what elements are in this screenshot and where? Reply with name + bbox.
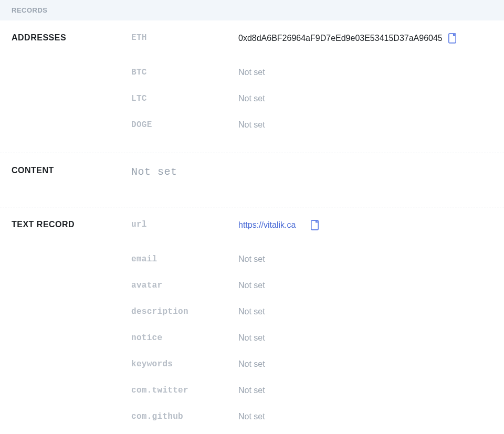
text-record-value-email: Not set <box>238 255 265 264</box>
text-record-value-avatar: Not set <box>238 281 265 290</box>
text-record-key-github: com.github <box>131 412 238 421</box>
text-record-key-email: email <box>131 255 238 264</box>
text-record-value-keywords: Not set <box>238 359 265 369</box>
address-value-eth-text: 0xd8dA6BF26964aF9D7eEd9e03E53415D37aA960… <box>238 34 443 43</box>
text-record-value-twitter: Not set <box>238 386 265 395</box>
text-record-key-description: description <box>131 307 238 316</box>
text-record-value-github: Not set <box>238 412 265 421</box>
address-key-doge: DOGE <box>131 120 238 130</box>
content-section: CONTENT Not set <box>0 153 504 207</box>
address-value-eth: 0xd8dA6BF26964aF9D7eEd9e03E53415D37aA960… <box>238 33 457 44</box>
address-value-btc: Not set <box>238 68 265 77</box>
copy-icon[interactable] <box>310 220 319 230</box>
address-key-ltc: LTC <box>131 94 238 103</box>
addresses-section: ADDRESSES ETH 0xd8dA6BF26964aF9D7eEd9e03… <box>0 20 504 153</box>
text-record-key-url: url <box>131 220 238 229</box>
records-header-label: RECORDS <box>12 6 48 14</box>
address-key-eth: ETH <box>131 33 238 43</box>
address-value-ltc: Not set <box>238 94 265 103</box>
text-record-key-twitter: com.twitter <box>131 386 238 395</box>
text-record-value-description: Not set <box>238 307 265 316</box>
text-record-key-keywords: keywords <box>131 359 238 369</box>
text-record-section-label: TEXT RECORD <box>12 220 131 229</box>
records-header: RECORDS <box>0 0 504 20</box>
text-record-value-url-text: https://vitalik.ca <box>238 220 296 230</box>
content-value: Not set <box>131 166 177 178</box>
text-record-value-notice: Not set <box>238 333 265 343</box>
address-value-doge: Not set <box>238 120 265 130</box>
address-key-btc: BTC <box>131 68 238 77</box>
addresses-section-label: ADDRESSES <box>12 33 131 43</box>
copy-icon[interactable] <box>448 33 457 44</box>
text-record-value-url[interactable]: https://vitalik.ca <box>238 220 319 230</box>
text-record-key-notice: notice <box>131 333 238 343</box>
text-record-section: TEXT RECORD url https://vitalik.ca email… <box>0 207 504 434</box>
text-record-key-avatar: avatar <box>131 281 238 290</box>
content-section-label: CONTENT <box>12 166 131 175</box>
